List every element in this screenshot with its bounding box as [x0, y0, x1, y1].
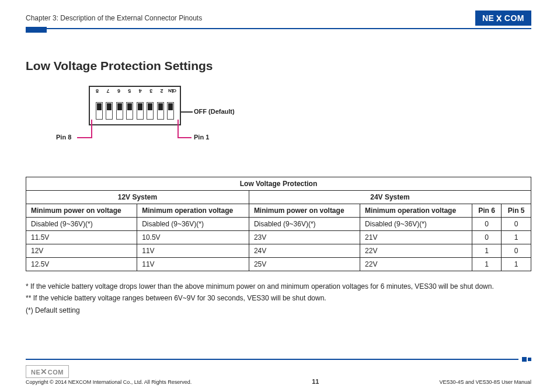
pin8-pointer-h	[77, 137, 92, 138]
footer-rule	[26, 357, 531, 362]
dip-switch-box: ON 1 2 3 4 5 6 7 8	[89, 86, 181, 125]
group-24v: 24V System	[249, 191, 531, 204]
cell: 11V	[137, 258, 249, 271]
header-rule	[26, 28, 531, 31]
dip-switch-diagram: ON 1 2 3 4 5 6 7 8 OFF (Default) Pin 1 P…	[54, 86, 531, 156]
footnote-2: ** If the vehicle battery voltage ranges…	[26, 292, 531, 304]
col-min-op-12: Minimum operation voltage	[137, 204, 249, 218]
cell: 21V	[360, 231, 472, 244]
dip-num: 7	[106, 88, 109, 94]
cell: 24V	[249, 244, 360, 258]
header-rule-block	[26, 27, 47, 33]
logo-x-icon: ✕	[40, 367, 48, 376]
footer-rule-line	[26, 359, 518, 360]
dip-switch-icon	[167, 102, 174, 120]
table-caption: Low Voltage Protection	[26, 177, 531, 191]
dip-num: 8	[96, 88, 99, 94]
cell: Disabled (9~36V)(*)	[360, 218, 472, 231]
header-rule-line	[47, 28, 531, 31]
dip-num: 4	[139, 88, 142, 94]
cell: Disabled (9~36V)(*)	[249, 218, 360, 231]
dip-switch-icon	[106, 102, 113, 120]
cell: 1	[472, 244, 502, 258]
cell: Disabled (9~36V)(*)	[26, 218, 137, 231]
col-min-power-12: Minimum power on voltage	[26, 204, 137, 218]
low-voltage-table: Low Voltage Protection 12V System 24V Sy…	[26, 177, 531, 271]
dip-num: 5	[128, 88, 131, 94]
col-min-power-24: Minimum power on voltage	[249, 204, 360, 218]
cell: 23V	[249, 231, 360, 244]
footnote-1: * If the vehicle battery voltage drops l…	[26, 281, 531, 292]
dip-switch-icon	[96, 102, 103, 120]
pin8-pointer	[91, 120, 92, 137]
page-footer: NE✕COM Copyright © 2014 NEXCOM Internati…	[26, 357, 531, 385]
footer-left: NE✕COM Copyright © 2014 NEXCOM Internati…	[26, 365, 192, 385]
dip-switch-row	[96, 102, 174, 120]
chapter-title: Chapter 3: Description of the External C…	[26, 14, 202, 22]
table-row: 11.5V 10.5V 23V 21V 0 1	[26, 231, 531, 244]
logo-x-icon: ✕	[496, 16, 503, 22]
dip-num: 1	[171, 88, 174, 94]
dip-switch-icon	[147, 102, 154, 120]
footer-brand-logo: NE✕COM	[26, 365, 69, 378]
dip-num: 2	[161, 88, 163, 94]
dip-number-row: 1 2 3 4 5 6 7 8	[96, 88, 174, 94]
col-pin6: Pin 6	[472, 204, 502, 218]
dip-num: 6	[117, 88, 120, 94]
manual-title: VES30-4S and VES30-8S User Manual	[439, 379, 531, 385]
cell: 1	[502, 258, 531, 271]
cell: 0	[472, 231, 502, 244]
cell: 22V	[360, 258, 472, 271]
cell: 11V	[137, 244, 249, 258]
brand-logo: NE✕COM	[475, 10, 531, 26]
cell: 0	[472, 218, 502, 231]
pin1-label: Pin 1	[194, 134, 209, 141]
pin1-pointer-h	[177, 137, 192, 138]
dip-switch-icon	[126, 102, 133, 120]
col-min-op-24: Minimum operation voltage	[360, 204, 472, 218]
off-default-label: OFF (Default)	[194, 108, 235, 115]
cell: 12.5V	[26, 258, 137, 271]
cell: 0	[502, 218, 531, 231]
dip-switch-icon	[157, 102, 164, 120]
cell: 22V	[360, 244, 472, 258]
group-12v: 12V System	[26, 191, 249, 204]
copyright-text: Copyright © 2014 NEXCOM International Co…	[26, 379, 192, 385]
footnote-3: (*) Default setting	[26, 304, 531, 316]
off-pointer-line	[181, 111, 193, 113]
dip-num: 3	[149, 88, 152, 94]
cell: 1	[472, 258, 502, 271]
pin8-label: Pin 8	[56, 134, 71, 141]
dip-switch-icon	[116, 102, 123, 120]
table-row: Disabled (9~36V)(*) Disabled (9~36V)(*) …	[26, 218, 531, 231]
dip-switch-icon	[137, 102, 144, 120]
cell: 25V	[249, 258, 360, 271]
footnotes: * If the vehicle battery voltage drops l…	[26, 281, 531, 316]
page-number: 11	[312, 378, 319, 385]
footer-square-icon	[522, 357, 531, 362]
cell: 12V	[26, 244, 137, 258]
section-title: Low Voltage Protection Settings	[26, 59, 531, 73]
cell: 11.5V	[26, 231, 137, 244]
cell: Disabled (9~36V)(*)	[137, 218, 249, 231]
table-row: 12V 11V 24V 22V 1 0	[26, 244, 531, 258]
col-pin5: Pin 5	[502, 204, 531, 218]
page-header: Chapter 3: Description of the External C…	[26, 10, 531, 26]
table-row: 12.5V 11V 25V 22V 1 1	[26, 258, 531, 271]
cell: 1	[502, 231, 531, 244]
cell: 0	[502, 244, 531, 258]
pin1-pointer	[177, 120, 179, 137]
cell: 10.5V	[137, 231, 249, 244]
